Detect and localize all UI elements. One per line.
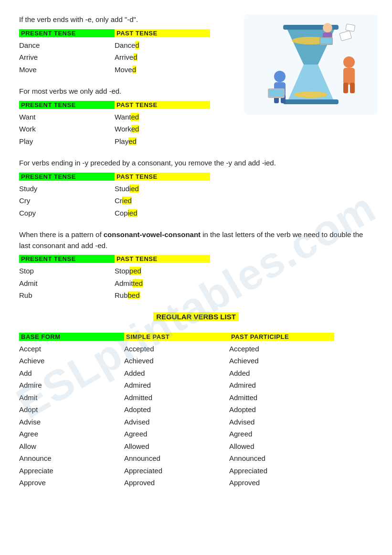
- present-tense-header-2: PRESENT TENSE: [19, 101, 115, 109]
- verb-advise-base: Advise: [19, 416, 124, 428]
- verbs-table: BASE FORM Accept Achieve Add Admire Admi…: [19, 333, 373, 489]
- verb-add-base: Add: [19, 367, 124, 380]
- word-study-present: Study: [19, 183, 115, 195]
- word-dance-past: Danced: [115, 39, 210, 52]
- present-tense-header-4: PRESENT TENSE: [19, 255, 115, 263]
- base-form-header: BASE FORM: [19, 333, 124, 341]
- verb-adopt-past: Adopted: [124, 403, 229, 416]
- word-cry-past: Cried: [115, 195, 210, 207]
- verb-adopt-participle: Adopted: [229, 403, 334, 416]
- word-want-past: Wanted: [115, 111, 210, 123]
- verb-accept-participle: Accepted: [229, 343, 334, 355]
- verb-approve-past: Approved: [124, 477, 229, 489]
- word-copy-present: Copy: [19, 207, 115, 219]
- svg-point-4: [294, 91, 328, 98]
- present-tense-header-3: PRESENT TENSE: [19, 173, 115, 181]
- word-work-present: Work: [19, 123, 115, 135]
- past-participle-header: PAST PARTICIPLE: [229, 333, 334, 341]
- verb-appreciate-participle: Appreciated: [229, 465, 334, 477]
- verb-admit-base: Admit: [19, 392, 124, 404]
- verb-accept-base: Accept: [19, 343, 124, 355]
- past-participle-col: PAST PARTICIPLE Accepted Achieved Added …: [229, 333, 334, 489]
- verb-achieve-past: Achieved: [124, 355, 229, 367]
- tense-table-3: PRESENT TENSE Study Cry Copy PAST TENSE …: [19, 173, 373, 219]
- present-col-1: PRESENT TENSE Dance Arrive Move: [19, 29, 115, 76]
- verb-admit-participle: Admitted: [229, 392, 334, 404]
- past-tense-header-3: PAST TENSE: [115, 173, 210, 181]
- verb-agree-past: Agreed: [124, 428, 229, 440]
- present-col-3: PRESENT TENSE Study Cry Copy: [19, 173, 115, 219]
- verbs-list-title: REGULAR VERBS LIST: [153, 312, 239, 321]
- svg-rect-14: [343, 68, 355, 85]
- past-tense-header-1: PAST TENSE: [115, 29, 210, 37]
- word-study-past: Studied: [115, 183, 210, 195]
- verb-agree-base: Agree: [19, 428, 124, 440]
- svg-point-7: [274, 71, 286, 82]
- verb-admire-past: Admired: [124, 379, 229, 392]
- verb-agree-participle: Agreed: [229, 428, 334, 440]
- section4: When there is a pattern of consonant-vow…: [19, 229, 373, 302]
- verb-advise-past: Advised: [124, 416, 229, 428]
- word-arrive-past: Arrived: [115, 51, 210, 64]
- word-dance-present: Dance: [19, 39, 115, 52]
- rule-text-4: When there is a pattern of consonant-vow…: [19, 229, 373, 251]
- illustration: [244, 14, 378, 115]
- past-tense-header-2: PAST TENSE: [115, 101, 210, 109]
- verb-appreciate-past: Appreciated: [124, 465, 229, 477]
- tense-table-4: PRESENT TENSE Stop Admit Rub PAST TENSE …: [19, 255, 373, 302]
- verb-announce-base: Announce: [19, 452, 124, 465]
- verb-allow-base: Allow: [19, 440, 124, 453]
- past-col-3: PAST TENSE Studied Cried Copied: [115, 173, 210, 219]
- word-stop-present: Stop: [19, 265, 115, 277]
- verb-announce-past: Announced: [124, 452, 229, 465]
- word-work-past: Worked: [115, 123, 210, 135]
- verb-achieve-participle: Achieved: [229, 355, 334, 367]
- simple-past-header: SIMPLE PAST: [124, 333, 229, 341]
- word-play-present: Play: [19, 135, 115, 148]
- word-move-present: Move: [19, 64, 115, 76]
- present-tense-header-1: PRESENT TENSE: [19, 29, 115, 37]
- word-rub-present: Rub: [19, 289, 115, 302]
- verb-appreciate-base: Appreciate: [19, 465, 124, 477]
- verb-add-participle: Added: [229, 367, 334, 380]
- past-col-4: PAST TENSE Stopped Admitted Rubbed: [115, 255, 210, 302]
- past-col-2: PAST TENSE Wanted Worked Played: [115, 101, 210, 148]
- verbs-list-section: REGULAR VERBS LIST BASE FORM Accept Achi…: [19, 312, 373, 489]
- verb-advise-participle: Advised: [229, 416, 334, 428]
- word-play-past: Played: [115, 135, 210, 148]
- section3: For verbs ending in -y preceded by a con…: [19, 158, 373, 219]
- verb-admire-participle: Admired: [229, 379, 334, 392]
- verbs-list-title-wrap: REGULAR VERBS LIST: [19, 312, 373, 328]
- word-admit-past: Admitted: [115, 277, 210, 290]
- verb-adopt-base: Adopt: [19, 403, 124, 416]
- svg-point-17: [323, 23, 332, 33]
- verb-accept-past: Accepted: [124, 343, 229, 355]
- svg-rect-20: [320, 38, 332, 44]
- svg-rect-12: [269, 89, 284, 97]
- verb-approve-participle: Approved: [229, 477, 334, 489]
- svg-point-13: [343, 56, 355, 68]
- word-cry-present: Cry: [19, 195, 115, 207]
- svg-rect-6: [283, 99, 339, 104]
- verb-approve-base: Approve: [19, 477, 124, 489]
- verb-announce-participle: Announced: [229, 452, 334, 465]
- word-admit-present: Admit: [19, 277, 115, 290]
- past-col-1: PAST TENSE Danced Arrived Moved: [115, 29, 210, 76]
- svg-rect-16: [350, 83, 355, 93]
- word-arrive-present: Arrive: [19, 51, 115, 64]
- verb-allow-participle: Allowed: [229, 440, 334, 453]
- rule-text-3: For verbs ending in -y preceded by a con…: [19, 158, 373, 169]
- present-col-2: PRESENT TENSE Want Work Play: [19, 101, 115, 148]
- verb-admire-base: Admire: [19, 379, 124, 392]
- word-rub-past: Rubbed: [115, 289, 210, 302]
- word-move-past: Moved: [115, 64, 210, 76]
- verb-admit-past: Admitted: [124, 392, 229, 404]
- base-form-col: BASE FORM Accept Achieve Add Admire Admi…: [19, 333, 124, 489]
- word-copy-past: Copied: [115, 207, 210, 219]
- verb-add-past: Added: [124, 367, 229, 380]
- svg-rect-22: [346, 24, 355, 32]
- word-stop-past: Stopped: [115, 265, 210, 277]
- present-col-4: PRESENT TENSE Stop Admit Rub: [19, 255, 115, 302]
- simple-past-col: SIMPLE PAST Accepted Achieved Added Admi…: [124, 333, 229, 489]
- word-want-present: Want: [19, 111, 115, 123]
